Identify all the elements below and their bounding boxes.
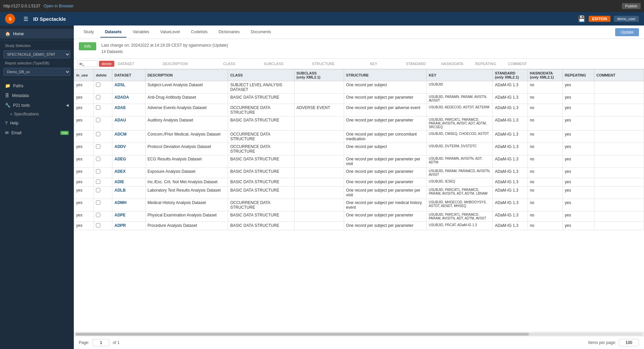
horizontal-scrollbar[interactable] — [74, 332, 644, 336]
cell-structure: One record per subject per parameter — [344, 178, 427, 187]
delete-checkbox[interactable] — [96, 105, 100, 110]
cell-delete — [94, 155, 112, 168]
cell-key: USUBJID — [427, 81, 493, 94]
cell-description: Exposure Analysis Dataset — [145, 168, 228, 178]
tab-dictionaries[interactable]: Dictionaries — [214, 27, 245, 38]
tab-study[interactable]: Study — [79, 27, 99, 38]
cell-hasnodata: no — [528, 178, 562, 187]
items-per-page-label: Items per page: — [588, 340, 616, 345]
scroll-track[interactable] — [75, 333, 642, 336]
cell-subclass — [294, 94, 344, 104]
cell-subclass — [294, 143, 344, 155]
cell-key: USUBJID, CMSEQ, CHOECOD, ASTDT — [427, 131, 493, 143]
tab-valuelevel[interactable]: ValueLevel — [156, 27, 185, 38]
info-button[interactable]: Info — [79, 42, 96, 50]
help-icon: ? — [5, 120, 7, 126]
cell-delete — [94, 178, 112, 187]
delete-checkbox[interactable] — [96, 169, 100, 173]
filter-standard-label: STANDARD — [406, 62, 426, 66]
cell-delete — [94, 131, 112, 143]
cell-description: Protocol Deviation Analysis Dataset — [145, 143, 228, 155]
cell-comment — [594, 222, 644, 230]
items-per-page-area: Items per page: — [588, 339, 639, 346]
sidebar-item-home[interactable]: 🏠 Home — [0, 29, 74, 39]
delete-checkbox[interactable] — [96, 200, 100, 205]
delete-checkbox[interactable] — [96, 180, 100, 184]
delete-checkbox[interactable] — [96, 188, 100, 192]
tab-datasets[interactable]: Datasets — [100, 27, 126, 38]
cell-in-use: yes — [74, 187, 94, 199]
sidebar-item-p21tools[interactable]: 🔧 P21 tools ◀ — [0, 100, 74, 110]
delete-checkbox[interactable] — [96, 118, 100, 122]
sidebar-item-home-label: Home — [13, 32, 24, 36]
cell-structure: One record per subject per adverse event — [344, 104, 427, 116]
cell-repeating: yes — [562, 104, 594, 116]
cell-delete — [94, 81, 112, 94]
scroll-thumb[interactable] — [75, 333, 529, 336]
cell-hasnodata: no — [528, 104, 562, 116]
page-number-input[interactable] — [93, 339, 109, 346]
tab-variables[interactable]: Variables — [128, 27, 154, 38]
cell-class: BASIC DATA STRUCTURE — [228, 211, 294, 222]
sidebar-item-paths-label: Paths — [13, 84, 23, 88]
delete-checkbox[interactable] — [96, 95, 100, 99]
cell-structure: One record per subject per parameter — [344, 116, 427, 131]
cell-delete — [94, 94, 112, 104]
cell-comment — [594, 104, 644, 116]
cell-standard: ADaM-IG 1.3 — [493, 104, 528, 116]
delete-checkbox[interactable] — [96, 223, 100, 228]
cell-in-use: yes — [74, 94, 94, 104]
delete-checkbox[interactable] — [96, 144, 100, 149]
filter-row: delete DATASET DESCRIPTION CLASS SUBCLAS… — [74, 59, 644, 69]
cell-structure: One record per subject — [344, 143, 427, 155]
sidebar-item-email[interactable]: ✉ Email new — [0, 128, 74, 138]
page-label: Page: — [79, 340, 89, 345]
cell-subclass: ADVERSE EVENT — [294, 104, 344, 116]
cell-repeating: yes — [562, 168, 594, 178]
cell-standard: ADaM-IG 1.3 — [493, 131, 528, 143]
sidebar-item-paths[interactable]: 📁 Paths — [0, 81, 74, 91]
sidebar-item-metadata[interactable]: 🗄 Metadata — [0, 91, 74, 100]
cell-key: USUBJID, PARAM, PARAMCD, AVISITN, AVISIT — [427, 168, 493, 178]
cell-class: BASIC DATA STRUCTURE — [228, 116, 294, 131]
sidebar-item-metadata-label: Metadata — [12, 93, 29, 98]
study-selection-select[interactable]: SPECTACKLE_DEMO_STAT — [3, 50, 70, 58]
cell-subclass — [294, 187, 344, 199]
cell-class: OCCURRENCE DATA STRUCTURE — [228, 131, 294, 143]
cell-standard: ADaM-IG 1.3 — [493, 222, 528, 230]
cell-comment — [594, 131, 644, 143]
filter-delete-button[interactable]: delete — [99, 61, 114, 67]
tab-documents[interactable]: Documents — [246, 27, 276, 38]
items-per-page-input[interactable] — [619, 339, 639, 346]
delete-checkbox[interactable] — [96, 132, 100, 136]
delete-checkbox[interactable] — [96, 157, 100, 161]
sidebar-item-help[interactable]: ? Help — [0, 118, 74, 128]
filter-description-label: DESCRIPTION — [163, 62, 188, 66]
hamburger-icon[interactable]: ☰ — [23, 16, 28, 22]
cell-structure: One record per subject per medical histo… — [344, 199, 427, 211]
cell-dataset: ADSL — [112, 81, 146, 94]
filter-in-input[interactable] — [77, 60, 97, 67]
delete-checkbox[interactable] — [96, 83, 100, 87]
report-selection-select[interactable]: Demo_DB_xx — [3, 68, 70, 76]
cell-structure: One record per subject per concomitant m… — [344, 131, 427, 143]
open-in-browser-link[interactable]: Open in Browser — [44, 4, 73, 8]
cell-dataset: ADDV — [112, 143, 146, 155]
cell-structure: One record per subject per parameter per… — [344, 155, 427, 168]
delete-checkbox[interactable] — [96, 213, 100, 217]
sidebar-item-specifications[interactable]: » Specifications — [0, 110, 74, 118]
cell-key: USUBJID, PARCAT1, PARAMCD, PARAM, AVISIT… — [427, 116, 493, 131]
update-button[interactable]: Update — [615, 28, 639, 36]
cell-in-use: yes — [74, 104, 94, 116]
cell-structure: One record per subject per parameter — [344, 222, 427, 230]
cell-comment — [594, 94, 644, 104]
cell-dataset: ADMH — [112, 199, 146, 211]
cell-dataset: ADPR — [112, 222, 146, 230]
tab-codelists[interactable]: Codelists — [186, 27, 212, 38]
publish-button[interactable]: Publish — [622, 3, 641, 9]
save-icon[interactable]: 💾 — [578, 15, 585, 22]
cell-standard: ADaM-IG 1.3 — [493, 211, 528, 222]
cell-subclass — [294, 211, 344, 222]
filter-repeating-label: REPEATING — [475, 62, 496, 66]
cell-hasnodata: no — [528, 211, 562, 222]
